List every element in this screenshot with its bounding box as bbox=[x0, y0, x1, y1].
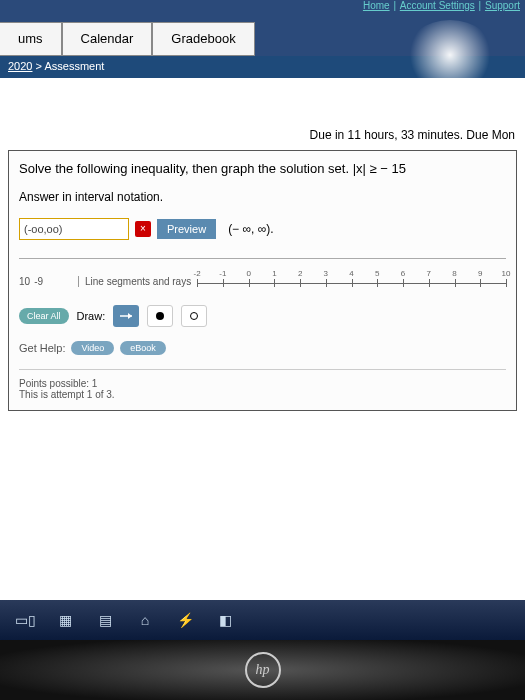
app-icon-3[interactable]: ⚡ bbox=[174, 609, 196, 631]
answer-input[interactable] bbox=[19, 218, 129, 240]
tick bbox=[223, 279, 224, 287]
breadcrumb: 2020 > Assessment bbox=[0, 56, 525, 78]
tab-forums[interactable]: ums bbox=[0, 22, 62, 56]
graph-left-ticks: 10 -9 bbox=[19, 276, 79, 287]
tick bbox=[506, 279, 507, 287]
help-label: Get Help: bbox=[19, 342, 65, 354]
store-icon[interactable]: ⌂ bbox=[134, 609, 156, 631]
help-row: Get Help: Video eBook bbox=[19, 341, 506, 355]
help-ebook-button[interactable]: eBook bbox=[120, 341, 166, 355]
tick bbox=[352, 279, 353, 287]
tab-row: ums Calendar Gradebook bbox=[0, 22, 255, 56]
account-link[interactable]: Account Settings bbox=[400, 0, 475, 11]
incorrect-icon: × bbox=[135, 221, 151, 237]
draw-label: Draw: bbox=[77, 310, 106, 322]
points-possible: Points possible: 1 bbox=[19, 378, 506, 389]
ray-tool[interactable] bbox=[113, 305, 139, 327]
open-point-tool[interactable] bbox=[181, 305, 207, 327]
task-view-icon[interactable]: ▭▯ bbox=[14, 609, 36, 631]
tab-gradebook[interactable]: Gradebook bbox=[152, 22, 254, 56]
answer-row: × Preview (− ∞, ∞). bbox=[19, 218, 506, 240]
question-box: Solve the following inequality, then gra… bbox=[8, 150, 517, 411]
preview-output: (− ∞, ∞). bbox=[228, 222, 273, 236]
home-link[interactable]: Home bbox=[363, 0, 390, 11]
breadcrumb-course[interactable]: 2020 bbox=[8, 60, 32, 72]
tick-label: 5 bbox=[375, 269, 379, 278]
svg-marker-1 bbox=[128, 313, 132, 319]
question-prompt: Solve the following inequality, then gra… bbox=[19, 161, 506, 176]
support-link[interactable]: Support bbox=[485, 0, 520, 11]
app-icon-2[interactable]: ▤ bbox=[94, 609, 116, 631]
attempt-info: This is attempt 1 of 3. bbox=[19, 389, 506, 400]
tick-label: -1 bbox=[219, 269, 226, 278]
segments-label: Line segments and rays bbox=[79, 276, 197, 287]
laptop-bezel: hp bbox=[0, 640, 525, 700]
tick-label: 3 bbox=[324, 269, 328, 278]
tick-label: 1 bbox=[272, 269, 276, 278]
content-area: Due in 11 hours, 33 minutes. Due Mon Sol… bbox=[0, 78, 525, 600]
left-tick-1: -9 bbox=[34, 276, 43, 287]
app-icon-1[interactable]: ▦ bbox=[54, 609, 76, 631]
tick-label: 7 bbox=[427, 269, 431, 278]
top-nav-links: Home | Account Settings | Support bbox=[362, 0, 521, 11]
clear-all-button[interactable]: Clear All bbox=[19, 308, 69, 324]
left-tick-0: 10 bbox=[19, 276, 30, 287]
answer-instruction: Answer in interval notation. bbox=[19, 190, 506, 204]
graph-area: 10 -9 Line segments and rays -2-10123456… bbox=[19, 258, 506, 400]
breadcrumb-page: Assessment bbox=[44, 60, 104, 72]
tick-label: 8 bbox=[452, 269, 456, 278]
tick-label: 2 bbox=[298, 269, 302, 278]
tick bbox=[274, 279, 275, 287]
tick-label: 6 bbox=[401, 269, 405, 278]
tick bbox=[249, 279, 250, 287]
tick bbox=[326, 279, 327, 287]
app-icon-4[interactable]: ◧ bbox=[214, 609, 236, 631]
tick bbox=[377, 279, 378, 287]
closed-point-tool[interactable] bbox=[147, 305, 173, 327]
due-text: Due in 11 hours, 33 minutes. Due Mon bbox=[310, 128, 515, 142]
tick bbox=[403, 279, 404, 287]
help-video-button[interactable]: Video bbox=[71, 341, 114, 355]
tick bbox=[480, 279, 481, 287]
hp-logo: hp bbox=[245, 652, 281, 688]
tick-label: 9 bbox=[478, 269, 482, 278]
tick-label: 0 bbox=[246, 269, 250, 278]
tick-label: 10 bbox=[502, 269, 511, 278]
tick-label: 4 bbox=[349, 269, 353, 278]
tick bbox=[197, 279, 198, 287]
tab-calendar[interactable]: Calendar bbox=[62, 22, 153, 56]
tick-label: -2 bbox=[194, 269, 201, 278]
tick bbox=[455, 279, 456, 287]
number-line[interactable]: -2-1012345678910 bbox=[197, 269, 506, 293]
tick bbox=[300, 279, 301, 287]
points-box: Points possible: 1 This is attempt 1 of … bbox=[19, 369, 506, 400]
draw-toolbar: Clear All Draw: bbox=[19, 305, 506, 327]
tick bbox=[429, 279, 430, 287]
preview-button[interactable]: Preview bbox=[157, 219, 216, 239]
taskbar: ▭▯ ▦ ▤ ⌂ ⚡ ◧ bbox=[0, 600, 525, 640]
